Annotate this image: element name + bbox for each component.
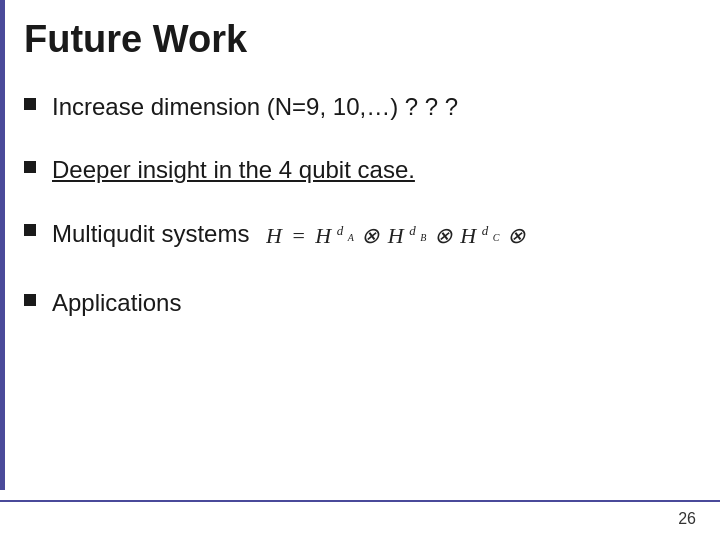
left-accent-bar (0, 0, 5, 490)
list-item: Deeper insight in the 4 qubit case. (24, 154, 680, 185)
list-item: Multiqudit systems H = H d A ⊗ H (24, 217, 680, 255)
bullet-icon (24, 161, 36, 173)
bullet-icon (24, 224, 36, 236)
formula-display: H = H d A ⊗ H d B ⊗ H d (266, 217, 526, 255)
bullet-text-1: Increase dimension (N=9, 10,…) ? ? ? (52, 91, 458, 122)
bullet-list: Increase dimension (N=9, 10,…) ? ? ? Dee… (24, 91, 680, 319)
page-number: 26 (678, 510, 696, 528)
list-item: Applications (24, 287, 680, 318)
bullet-icon (24, 98, 36, 110)
bullet-text-2: Deeper insight in the 4 qubit case. (52, 154, 415, 185)
bullet-text-4: Applications (52, 287, 181, 318)
bottom-divider (0, 500, 720, 502)
bullet-text-3: Multiqudit systems H = H d A ⊗ H (52, 217, 526, 255)
slide-title: Future Work (24, 18, 680, 61)
svg-text:H
                =
          : H = H d A ⊗ H d B ⊗ H d (266, 217, 526, 248)
bullet-icon (24, 294, 36, 306)
formula-svg: H = H d A ⊗ H d B ⊗ H d (266, 217, 526, 255)
list-item: Increase dimension (N=9, 10,…) ? ? ? (24, 91, 680, 122)
content-area: Future Work Increase dimension (N=9, 10,… (0, 0, 720, 391)
slide-container: Future Work Increase dimension (N=9, 10,… (0, 0, 720, 540)
